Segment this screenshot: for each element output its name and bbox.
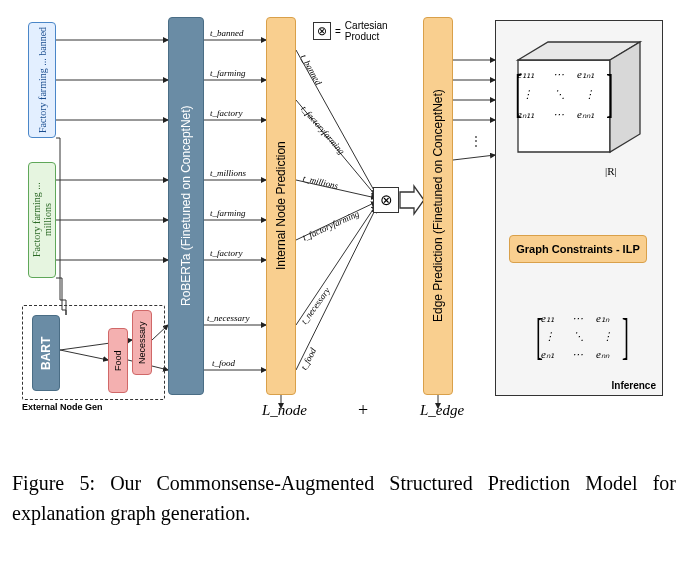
matrix-dots: ⋮ [544,330,555,343]
edge-prediction: Edge Prediction (Finetuned on ConceptNet… [423,17,453,395]
graph-constraints-module: Graph Constraints - ILP [509,235,647,263]
matrix-dots: ⋮ [602,330,613,343]
token-label: t_factory [210,248,243,258]
tensor-enn1: eₙₙ₁ [577,108,594,121]
tensor-dots: ⋮ [584,88,595,101]
concept-food: Food [108,328,128,393]
cartesian-product-node: ⊗ [373,187,399,213]
matrix-dots: ⋯ [572,348,583,361]
r-dim-label: |R| [605,165,617,177]
pooled-token-label: t_necessary [299,286,332,326]
svg-line-29 [453,155,495,160]
equals-sign: = [335,26,341,37]
cartesian-symbol-icon: ⊗ [313,22,331,40]
pooled-token-label: t_millions [302,173,339,191]
token-label: t_necessary [207,313,250,323]
token-label: t_banned [210,28,244,38]
matrix-e11: e₁₁ [541,312,554,325]
matrix-dots: ⋱ [573,330,584,343]
matrix-enn: eₙₙ [596,348,609,361]
internal-node-prediction: Internal Node Prediction [266,17,296,395]
matrix-e1n: e₁ₙ [596,312,609,325]
bracket-icon: ] [606,64,613,123]
plus-icon: + [358,400,368,421]
belief-box: Factory farming ... banned [28,22,56,138]
argument-box: Factory farming ... millions [28,162,56,278]
tensor-dots: ⋯ [553,68,564,81]
roberta-encoder: RoBERTa (Finetuned on ConceptNet) [168,17,204,395]
tensor-dots: ⋯ [553,108,564,121]
bart-module: BART [32,315,60,391]
concept-necessary: Necessary [132,310,152,375]
bracket-icon: [ [536,307,543,365]
tensor-dots: ⋮ [522,88,533,101]
cartesian-legend: ⊗ = Cartesian Product [313,20,393,42]
token-label: t_millions [210,168,246,178]
svg-marker-37 [610,42,640,152]
bracket-icon: [ [515,64,522,123]
token-label: t_farming [210,68,246,78]
external-node-gen-label: External Node Gen [22,402,103,412]
token-label: t_factory [210,108,243,118]
cartesian-label: Cartesian Product [345,20,393,42]
pooled-token-label: t_banned [299,53,324,87]
inference-label: Inference [612,380,656,391]
tensor-e1n1: e₁ₙ₁ [577,68,594,81]
tensor-dots: ⋱ [554,88,565,101]
matrix-dots: ⋯ [572,312,583,325]
token-label: t_food [212,358,235,368]
loss-edge-label: L_edge [420,402,464,419]
model-diagram: ⋮ Factory farming ... banned Factory far… [10,10,675,455]
matrix-en1: eₙ₁ [541,348,554,361]
figure-caption: Figure 5: Our Commonsense-Augmented Stru… [12,468,676,528]
pooled-token-label: t_factoryfarming [301,209,361,243]
svg-text:⋮: ⋮ [470,134,482,148]
pooled-token-label: t_food [299,346,319,371]
token-label: t_farming [210,208,246,218]
pooled-token-label: t_factoryfarming [299,104,347,157]
loss-node-label: L_node [262,402,307,419]
bracket-icon: ] [622,307,629,365]
